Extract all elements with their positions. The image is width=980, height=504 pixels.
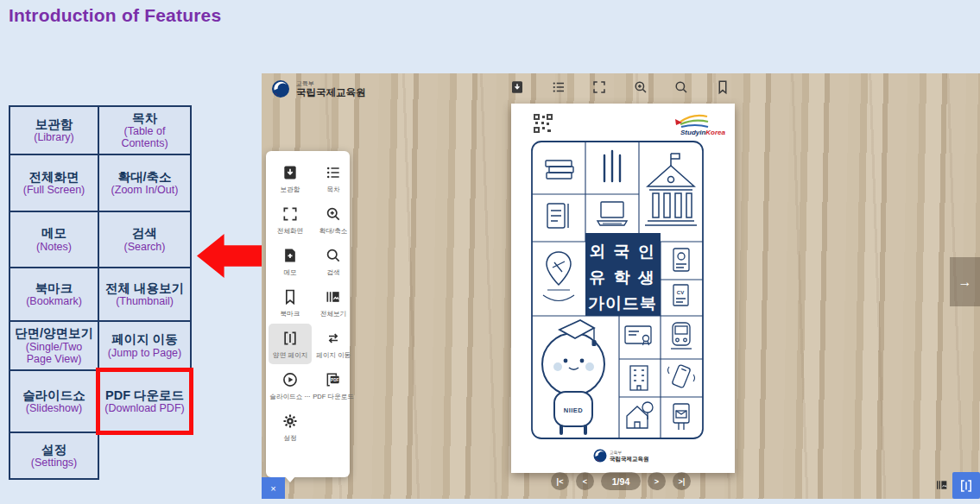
- table-row: 북마크 (Bookmark) 전체 내용보기 (Thumbnail): [9, 267, 192, 322]
- bookmark-icon: [715, 79, 730, 95]
- page-mode-button[interactable]: [952, 472, 980, 499]
- zoom-in-icon: [633, 79, 648, 95]
- feature-cell-toc: 목차 (Table of Contents): [98, 105, 192, 155]
- cover-footer-logo: 교육부 국립국제교육원: [594, 450, 649, 463]
- toc-icon: [325, 164, 342, 181]
- fullscreen-icon: [281, 205, 299, 223]
- feature-cell-settings: 설정 (Settings): [9, 432, 99, 480]
- niied-mascot: NIIED: [542, 320, 604, 433]
- page-indicator[interactable]: 1/94: [601, 472, 641, 490]
- first-page-button[interactable]: |<: [551, 472, 569, 490]
- brand-org: 국립국제교육원: [296, 87, 366, 98]
- bookmark-button[interactable]: [714, 79, 731, 96]
- fullscreen-icon: [591, 79, 607, 95]
- studyinkorea-logo: StudyinKorea: [675, 116, 726, 136]
- menu-item-pdf-download[interactable]: PDF PDF 다운로드: [312, 365, 355, 406]
- svg-text:국립국제교육원: 국립국제교육원: [610, 456, 649, 463]
- jump-page-icon: [325, 330, 342, 347]
- menu-item-bookmark[interactable]: 북마크: [269, 282, 312, 323]
- svg-text:NIIED: NIIED: [564, 406, 584, 414]
- toc-icon: [551, 79, 566, 95]
- zoom-in-icon: [325, 205, 342, 223]
- next-page-button[interactable]: >: [648, 472, 666, 490]
- menu-item-slideshow[interactable]: 슬라이드쇼 ⋯: [269, 365, 312, 406]
- certificate-icon: [625, 326, 651, 345]
- table-row: 단면/양면보기 (Single/Two Page View) 페이지 이동 (J…: [9, 320, 192, 371]
- feature-cell-jump: 페이지 이동 (Jump to Page): [98, 320, 192, 371]
- search-icon: [325, 247, 342, 264]
- cv-document-icon: CV: [673, 285, 688, 306]
- svg-text:CV: CV: [677, 290, 684, 295]
- menu-item-two-page[interactable]: 양면 페이지: [269, 324, 312, 364]
- feature-cell-slideshow: 슬라이드쇼 (Slideshow): [9, 369, 99, 433]
- menu-item-settings[interactable]: 설정: [269, 406, 312, 447]
- building-icon: [630, 366, 648, 390]
- last-page-button[interactable]: >|: [673, 472, 691, 490]
- search-icon: [673, 79, 689, 95]
- page-title: Introduction of Features: [9, 5, 221, 26]
- menu-item-jump-page[interactable]: 페이지 이동: [312, 324, 355, 364]
- menu-item-zoom[interactable]: 확대/축소: [312, 199, 355, 240]
- table-row: 설정 (Settings): [9, 432, 192, 480]
- menu-item-fullscreen[interactable]: 전체화면: [269, 199, 312, 240]
- menu-item-library[interactable]: 보관함: [269, 158, 312, 198]
- zoom-button[interactable]: [632, 79, 649, 96]
- feature-cell-search: 검색 (Search): [98, 211, 192, 268]
- library-button[interactable]: [509, 79, 526, 96]
- search-button[interactable]: [673, 79, 690, 96]
- svg-text:PDF: PDF: [331, 378, 338, 382]
- moe-logo-icon: [270, 79, 291, 99]
- ebook-viewer: 교육부 국립국제교육원 보관함 목차: [262, 73, 980, 499]
- feature-cell-download-pdf-highlighted: 설정 PDF 다운로드 (Download PDF): [98, 369, 192, 433]
- phone-icon: [668, 364, 695, 387]
- cover-title-block: 외 국 인 유 학 생 가이드북: [585, 233, 661, 316]
- book-cover-page: StudyinKorea: [511, 104, 735, 473]
- fullscreen-button[interactable]: [591, 79, 608, 96]
- feature-cell-fullscreen: 전체화면 (Full Screen): [9, 154, 99, 212]
- thumbnail-mini-icon[interactable]: [934, 478, 950, 492]
- menu-item-toc[interactable]: 목차: [312, 158, 355, 198]
- menu-item-search[interactable]: 검색: [312, 241, 355, 281]
- feature-cell-thumbnail: 전체 내용보기 (Thumbnail): [98, 267, 192, 322]
- red-callout-arrow: [197, 234, 265, 278]
- house-icon: [627, 402, 653, 428]
- feature-cell-zoom: 확대/축소 (Zoom In/Out): [98, 154, 192, 212]
- travel-pin-icon: [543, 252, 574, 301]
- feature-cell-pageview: 단면/양면보기 (Single/Two Page View): [9, 320, 99, 371]
- top-toolbar: [509, 79, 731, 96]
- pens-icon: [604, 151, 620, 181]
- svg-text:유 학 생: 유 학 생: [589, 268, 656, 287]
- svg-text:교육부: 교육부: [610, 450, 623, 455]
- train-icon: [671, 323, 692, 349]
- prev-page-button[interactable]: <: [576, 472, 594, 490]
- feature-cell-notes: 메모 (Notes): [9, 211, 99, 268]
- feature-cell-library: 보관함 (Library): [9, 105, 99, 155]
- table-row: 슬라이드쇼 (Slideshow) 설정 PDF 다운로드 (Download …: [9, 369, 192, 433]
- brand-ministry: 교육부: [296, 80, 366, 87]
- svg-text:외 국 인: 외 국 인: [589, 243, 656, 261]
- toc-button[interactable]: [550, 79, 567, 96]
- two-page-icon: [281, 330, 299, 347]
- qr-code-icon: [534, 114, 553, 133]
- table-row: 전체화면 (Full Screen) 확대/축소 (Zoom In/Out): [9, 154, 192, 212]
- thumbnails-icon: [325, 288, 342, 306]
- university-icon: [645, 154, 697, 225]
- pdf-download-icon: PDF: [325, 371, 342, 388]
- bookmark-icon: [281, 288, 299, 306]
- next-page-edge-button[interactable]: →: [950, 257, 980, 306]
- viewer-brand: 교육부 국립국제교육원: [270, 79, 366, 99]
- page-navigation: |< < 1/94 > >|: [262, 472, 980, 490]
- settings-icon: [281, 413, 299, 430]
- library-icon: [281, 164, 299, 181]
- table-row: 보관함 (Library) 목차 (Table of Contents): [9, 105, 192, 155]
- feature-cell-bookmark: 북마크 (Bookmark): [9, 267, 99, 322]
- book-cover-art: StudyinKorea: [511, 104, 735, 473]
- side-menu: 보관함 목차 전체화면 확대/축소 메모 검색 북마크 전체보기: [266, 151, 350, 477]
- svg-text:StudyinKorea: StudyinKorea: [680, 129, 726, 136]
- menu-item-thumbnails[interactable]: 전체보기: [312, 282, 355, 323]
- features-table: 보관함 (Library) 목차 (Table of Contents) 전체화…: [9, 105, 192, 480]
- page-mode-icon: [958, 478, 974, 494]
- memo-icon: [281, 247, 299, 264]
- svg-text:가이드북: 가이드북: [588, 294, 657, 312]
- menu-item-memo[interactable]: 메모: [269, 241, 312, 281]
